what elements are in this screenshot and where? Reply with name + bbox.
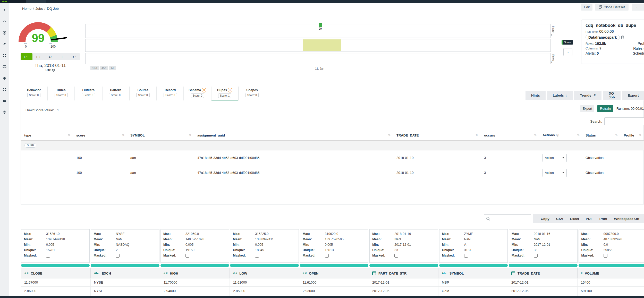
range-button[interactable]: All: [109, 66, 116, 70]
sort-icon[interactable]: ⇅: [615, 133, 618, 137]
masked-checkbox[interactable]: [394, 254, 398, 258]
clone-dataset-button[interactable]: Clone Dataset: [595, 4, 629, 11]
rules-link[interactable]: Rules (0): [616, 46, 644, 50]
reports-image-icon[interactable]: [1, 63, 8, 70]
export-toolbar-button[interactable]: CSV: [553, 217, 567, 221]
right-action-tab[interactable]: DQ Job: [603, 91, 621, 100]
dq-layer-tab[interactable]: Shapes Score: 0: [239, 87, 265, 100]
chart-next-button[interactable]: ›: [563, 48, 572, 56]
schedule-link[interactable]: Schedule: [616, 51, 644, 55]
files-folder-icon[interactable]: [1, 97, 8, 104]
score-legend-badge[interactable]: Score: [562, 40, 573, 45]
score-mode-button[interactable]: I: [56, 53, 68, 60]
score-mode-button[interactable]: R ×: [68, 53, 80, 60]
score-data-point[interactable]: [319, 23, 322, 27]
dupes-table-row[interactable]: 100 aan 47a18e45-33dd-4b53-a603-ddf901f0…: [21, 150, 644, 165]
action-dropdown[interactable]: Action: [543, 169, 567, 177]
column-header-symbol[interactable]: SYMBOL⇅: [127, 133, 194, 137]
dupes-search-input[interactable]: [604, 117, 644, 125]
profile-table-row[interactable]: 2.86000 NYSE 2.94000 2.85000 2.93000 201…: [21, 287, 644, 295]
column-header-trade-date[interactable]: TRADE_DATE⇅: [393, 133, 481, 137]
profile-column-header[interactable]: Abc SYMBOL: [438, 268, 508, 278]
column-header-assignment-uuid[interactable]: assignment_uuid⇅: [194, 133, 393, 137]
catalog-grid-icon[interactable]: [1, 52, 8, 59]
right-action-tab[interactable]: Labels ↓: [547, 91, 573, 100]
column-header-score[interactable]: score⇅: [73, 133, 127, 137]
range-button[interactable]: 10d: [90, 66, 99, 70]
column-header-occurs[interactable]: occurs⇅: [481, 133, 539, 137]
column-header-actions[interactable]: Actionsⓘ⇅: [539, 133, 582, 138]
jobs-sync-icon[interactable]: [1, 86, 8, 93]
profile-column-header[interactable]: # VOLUME: [577, 268, 644, 278]
score-mode-button[interactable]: O: [44, 53, 56, 60]
profile-column-header[interactable]: #.# HIGH: [160, 268, 230, 278]
action-dropdown[interactable]: Action: [543, 154, 567, 162]
column-header-type[interactable]: type⇅: [21, 133, 73, 137]
tools-wrench-icon[interactable]: [1, 40, 8, 48]
dupes-table-row[interactable]: 100 aan 47a18e45-33dd-4b53-a603-ddf901f0…: [21, 165, 644, 180]
timezone-label[interactable]: UTC: [21, 69, 80, 72]
dq-layer-tab[interactable]: Record Score: 0: [157, 87, 183, 100]
dq-layer-tab[interactable]: Dupes1 Score: 1: [211, 87, 238, 100]
run-date-label[interactable]: Thu, 2018-01-11: [21, 63, 80, 68]
masked-checkbox[interactable]: [255, 254, 259, 258]
info-icon[interactable]: ⓘ: [556, 133, 559, 137]
masked-checkbox[interactable]: [604, 254, 607, 258]
breadcrumb-link[interactable]: Jobs: [36, 7, 43, 11]
range-button[interactable]: 45d: [100, 66, 108, 70]
dq-layer-tab[interactable]: Behavior Score: 0: [21, 87, 47, 100]
dq-layer-tab[interactable]: Outliers Score: 0: [75, 87, 102, 100]
sort-icon[interactable]: ⇅: [122, 133, 124, 137]
export-toolbar-button[interactable]: Whitespace Off: [611, 217, 643, 221]
sort-icon[interactable]: ⇅: [534, 133, 537, 137]
dq-layer-tab[interactable]: Pattern Score: 0: [103, 87, 129, 100]
masked-checkbox[interactable]: [185, 254, 189, 258]
edit-button[interactable]: Edit: [581, 4, 592, 11]
score-mode-button[interactable]: P ↑: [21, 53, 32, 60]
export-button[interactable]: Export: [580, 105, 594, 112]
profile-link[interactable]: Profile: [616, 41, 644, 46]
navigator-selection[interactable]: [303, 39, 341, 51]
sort-icon[interactable]: ⇅: [68, 133, 70, 137]
dq-layer-tab[interactable]: Rules Score: 0: [48, 87, 74, 100]
dq-layer-tab[interactable]: Source Score: 0: [130, 87, 156, 100]
profile-column-header[interactable]: PART_DATE_STR: [369, 268, 438, 278]
export-toolbar-button[interactable]: Excel: [567, 217, 582, 221]
expand-sidebar-chevron-icon[interactable]: [1, 6, 8, 14]
profile-table-row[interactable]: 11.67000 NYSE 11.70000 11.61000 11.61000…: [21, 278, 644, 287]
masked-checkbox[interactable]: [116, 254, 120, 258]
sort-icon[interactable]: ⇅: [577, 133, 580, 137]
column-header-profile[interactable]: Profile⇅: [620, 133, 644, 137]
app-logo-icon[interactable]: [2, 0, 7, 3]
score-trend-panel[interactable]: [85, 24, 551, 38]
profile-search-input[interactable]: [492, 217, 531, 221]
profile-column-header[interactable]: #.# CLOSE: [21, 268, 90, 278]
dashboard-gauge-icon[interactable]: [1, 18, 8, 25]
export-toolbar-button[interactable]: PDF: [582, 217, 596, 221]
right-action-tab[interactable]: Trends ↗: [574, 91, 601, 100]
explore-compass-icon[interactable]: [1, 29, 8, 36]
alerts-bell-icon[interactable]: [1, 74, 8, 82]
profile-column-header[interactable]: Abc EXCH: [90, 268, 160, 278]
score-mode-button[interactable]: F ↓: [32, 53, 44, 60]
column-header-status[interactable]: Status⇅: [582, 133, 620, 137]
right-action-tab[interactable]: Export: [622, 91, 644, 100]
sort-icon[interactable]: ⇅: [388, 133, 391, 137]
export-toolbar-button[interactable]: Copy: [537, 217, 553, 221]
breadcrumb-link[interactable]: Home: [22, 7, 31, 11]
profile-column-header[interactable]: TRADE_DATE: [508, 268, 577, 278]
dq-layer-tab[interactable]: Schema9 Score: 0: [184, 87, 211, 100]
settings-gear-icon[interactable]: [1, 108, 8, 116]
right-action-tab[interactable]: Hints: [526, 91, 546, 100]
rows-trend-panel[interactable]: [85, 53, 551, 64]
masked-checkbox[interactable]: [46, 254, 50, 258]
masked-checkbox[interactable]: [534, 254, 538, 258]
sort-icon[interactable]: ⇅: [639, 133, 641, 137]
breadcrumb-link[interactable]: DQ Job: [47, 7, 59, 11]
downscore-input[interactable]: 1: [57, 108, 66, 112]
back-arrow-button[interactable]: ←: [632, 4, 644, 11]
masked-checkbox[interactable]: [325, 254, 329, 258]
profile-column-header[interactable]: #.# OPEN: [299, 268, 369, 278]
sort-icon[interactable]: ⇅: [189, 133, 191, 137]
profile-column-header[interactable]: #.# LOW: [230, 268, 299, 278]
